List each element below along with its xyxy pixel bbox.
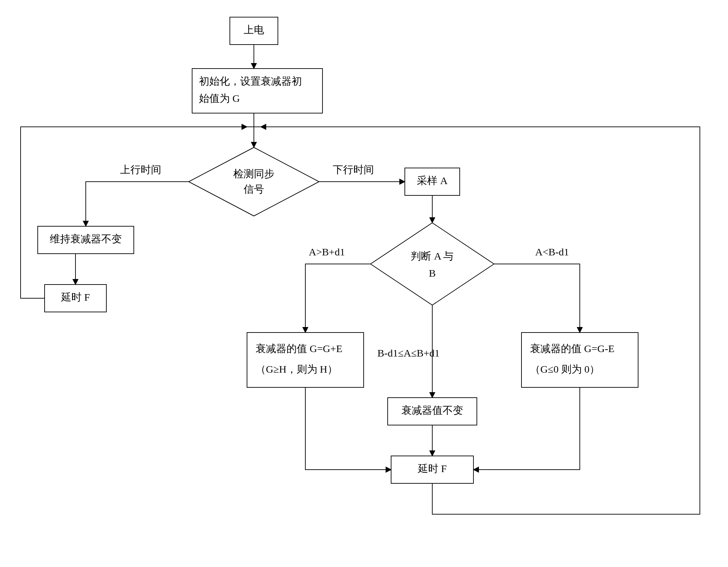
- edge-decr-delay: [473, 387, 580, 470]
- svg-rect-7: [247, 333, 364, 387]
- sample-label: 采样 A: [417, 175, 448, 186]
- detect-line2: 信号: [244, 183, 264, 195]
- incr-line1: 衰减器的值 G=G+E: [256, 343, 342, 354]
- node-decrement-g: 衰减器的值 G=G-E （G≤0 则为 0）: [521, 333, 638, 387]
- incr-line2: （G≥H，则为 H）: [256, 363, 338, 375]
- node-sample-a: 采样 A: [405, 168, 460, 195]
- edge-judge-decr: [494, 264, 580, 333]
- decr-line1: 衰减器的值 G=G-E: [530, 343, 614, 354]
- judge-line2: B: [429, 267, 436, 279]
- svg-marker-6: [371, 223, 494, 305]
- edge-label-down: 下行时间: [333, 164, 374, 175]
- edge-label-mid: B-d1≤A≤B+d1: [377, 347, 440, 359]
- delay-right-label: 延时 F: [418, 463, 447, 474]
- decr-line2: （G≤0 则为 0）: [530, 363, 600, 375]
- node-init: 初始化，设置衰减器初 始值为 G: [192, 69, 322, 113]
- judge-line1: 判断 A 与: [411, 250, 454, 262]
- node-no-change: 衰减器值不变: [388, 398, 477, 425]
- delay-left-label: 延时 F: [61, 291, 90, 303]
- node-keep-attenuator: 维持衰减器不变: [38, 226, 134, 254]
- edge-incr-delay: [305, 387, 391, 470]
- edge-delayL-loop: [21, 127, 247, 298]
- node-detect-sync: 检测同步 信号: [189, 147, 319, 216]
- edge-label-up: 上行时间: [120, 164, 161, 175]
- merge-point: [247, 120, 261, 134]
- edge-judge-incr: [305, 264, 371, 333]
- node-delay-left: 延时 F: [45, 285, 106, 312]
- svg-marker-2: [189, 147, 319, 216]
- init-line2: 始值为 G: [199, 93, 240, 104]
- init-line1: 初始化，设置衰减器初: [199, 75, 302, 87]
- node-judge-ab: 判断 A 与 B: [371, 223, 494, 305]
- edge-label-gt: A>B+d1: [309, 246, 345, 257]
- detect-line1: 检测同步: [233, 168, 274, 179]
- node-increment-g: 衰减器的值 G=G+E （G≥H，则为 H）: [247, 333, 364, 387]
- edge-delayR-loop: [261, 127, 700, 514]
- svg-rect-9: [521, 333, 638, 387]
- power-on-label: 上电: [244, 24, 264, 35]
- edge-detect-keep: [86, 182, 189, 226]
- node-power-on: 上电: [230, 17, 278, 45]
- keep-label: 维持衰减器不变: [50, 233, 122, 244]
- same-label: 衰减器值不变: [401, 405, 463, 416]
- node-delay-right: 延时 F: [391, 456, 473, 483]
- edge-label-lt: A<B-d1: [535, 246, 569, 257]
